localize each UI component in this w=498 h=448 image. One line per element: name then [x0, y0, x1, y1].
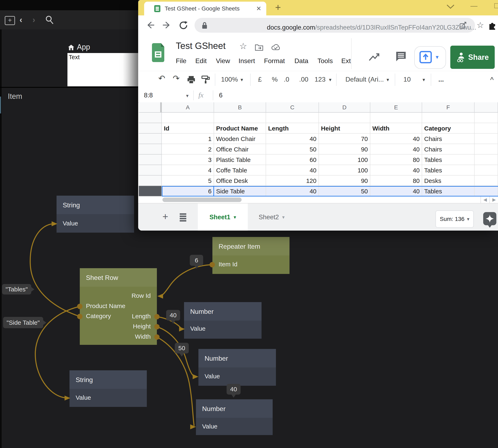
- cloud-saved-icon[interactable]: [271, 43, 281, 51]
- bookmark-star-icon[interactable]: ☆: [477, 20, 484, 30]
- grid-cell[interactable]: [475, 176, 498, 186]
- grid-cell[interactable]: Wooden Chair: [214, 134, 266, 144]
- grid-cell[interactable]: 80: [370, 176, 422, 186]
- toolbar-more-button[interactable]: ...: [438, 76, 444, 83]
- new-tab-icon[interactable]: +: [275, 2, 281, 13]
- grid-cell[interactable]: Chairs: [422, 134, 475, 144]
- window-minimize-icon[interactable]: —: [470, 2, 478, 10]
- port-item-id[interactable]: Item Id: [218, 261, 237, 268]
- menu-edit[interactable]: Edit: [195, 57, 207, 65]
- undo-icon[interactable]: ↶: [158, 74, 165, 83]
- row-header[interactable]: [139, 176, 162, 186]
- explore-button[interactable]: [483, 212, 496, 225]
- grid-cell[interactable]: [475, 123, 498, 134]
- grid-cell[interactable]: 5: [162, 176, 214, 186]
- grid-cell[interactable]: 70: [319, 134, 370, 144]
- node-string-top[interactable]: String Value: [57, 196, 134, 233]
- zoom-caret-icon[interactable]: ▾: [241, 77, 243, 83]
- nav-reload-icon[interactable]: [179, 20, 188, 30]
- grid-cell[interactable]: Id: [162, 123, 214, 134]
- grid-cell[interactable]: Length: [266, 123, 319, 134]
- node-number-1[interactable]: Number Value: [184, 302, 262, 339]
- scroll-left-icon[interactable]: ◀: [481, 196, 489, 203]
- row-header[interactable]: [139, 165, 162, 176]
- grid-cell[interactable]: Plastic Table: [214, 155, 266, 165]
- grid-cell[interactable]: 100: [319, 165, 370, 176]
- grid-cell[interactable]: 100: [319, 155, 370, 165]
- scrollbar-thumb[interactable]: [163, 197, 242, 202]
- grid-cell[interactable]: [266, 113, 319, 123]
- add-sheet-icon[interactable]: +: [163, 211, 168, 222]
- grid-cell[interactable]: 120: [266, 176, 319, 186]
- grid-cell[interactable]: Tables: [422, 155, 475, 165]
- font-size-select[interactable]: 10: [403, 76, 411, 83]
- present-button[interactable]: ▾: [414, 46, 446, 69]
- row-header[interactable]: [139, 155, 162, 165]
- select-all-corner[interactable]: [139, 102, 162, 113]
- comment-icon[interactable]: [395, 50, 407, 63]
- search-icon[interactable]: [45, 15, 54, 25]
- port-category[interactable]: Category: [86, 313, 111, 320]
- grid-cell[interactable]: [475, 165, 498, 176]
- grid-cell[interactable]: 40: [266, 186, 319, 196]
- grid-cell[interactable]: Side Table: [214, 186, 266, 196]
- all-sheets-icon[interactable]: [179, 212, 187, 222]
- port-height[interactable]: Height: [133, 323, 151, 330]
- grid-cell[interactable]: Tables: [422, 186, 475, 196]
- grid-cell[interactable]: Desks: [422, 176, 475, 186]
- grid-cell[interactable]: Coffe Table: [214, 165, 266, 176]
- trend-history-icon[interactable]: [368, 52, 380, 62]
- grid-cell[interactable]: Product Name: [214, 123, 266, 134]
- name-box[interactable]: 8:8: [144, 92, 153, 99]
- node-number-2[interactable]: Number Value: [199, 349, 276, 386]
- formula-input[interactable]: 6: [219, 92, 222, 99]
- col-header-G[interactable]: [475, 102, 498, 113]
- grid-cell[interactable]: Category: [422, 123, 475, 134]
- port-value[interactable]: Value: [63, 220, 78, 227]
- row-header[interactable]: [139, 134, 162, 144]
- grid-cell[interactable]: 50: [266, 144, 319, 155]
- port-width[interactable]: Width: [135, 333, 151, 340]
- node-sheet-row[interactable]: Sheet Row Row Id Product Name Category L…: [80, 268, 157, 345]
- menu-extensions[interactable]: Ext: [341, 57, 351, 65]
- menu-insert[interactable]: Insert: [238, 57, 255, 65]
- grid-cell[interactable]: 4: [162, 165, 214, 176]
- grid-cell[interactable]: 60: [266, 155, 319, 165]
- grid-cell[interactable]: [319, 113, 370, 123]
- sum-indicator[interactable]: Sum: 136 ▾: [435, 210, 474, 228]
- grid-cell[interactable]: [162, 113, 214, 123]
- grid-cell[interactable]: Office Chair: [214, 144, 266, 155]
- port-value[interactable]: Value: [202, 423, 217, 430]
- tab-sheet1[interactable]: Sheet1 ▾: [198, 204, 248, 231]
- window-chevron-icon[interactable]: [446, 4, 455, 9]
- grid-cell[interactable]: Height: [319, 123, 370, 134]
- format-currency-button[interactable]: £: [258, 76, 262, 83]
- name-box-caret-icon[interactable]: ▾: [186, 93, 189, 99]
- move-folder-icon[interactable]: [255, 43, 264, 51]
- grid-cell[interactable]: 80: [370, 155, 422, 165]
- address-bar[interactable]: docs.google.com/spreadsheets/d/1D3IRuxIl…: [195, 18, 475, 33]
- col-header-B[interactable]: B: [214, 102, 266, 113]
- grid-cell[interactable]: 2: [162, 144, 214, 155]
- text-element-preview[interactable]: Text: [67, 53, 138, 86]
- grid-cell[interactable]: 40: [266, 165, 319, 176]
- grid-cell[interactable]: 50: [319, 186, 370, 196]
- horizontal-scrollbar[interactable]: ◀ ▶: [139, 196, 498, 203]
- forward-icon[interactable]: ›: [33, 16, 35, 24]
- decrease-decimal-button[interactable]: .0: [284, 76, 289, 83]
- menu-view[interactable]: View: [216, 57, 230, 65]
- document-title[interactable]: Test GSheet: [176, 41, 226, 51]
- zoom-select[interactable]: 100%: [221, 76, 238, 83]
- grid-cell[interactable]: 3: [162, 155, 214, 165]
- tab-close-icon[interactable]: ✕: [256, 5, 261, 12]
- node-repeater-item[interactable]: Repeater Item Item Id: [212, 237, 289, 274]
- print-icon[interactable]: [187, 75, 196, 84]
- grid-cell[interactable]: [475, 155, 498, 165]
- port-row-id[interactable]: Row Id: [132, 292, 151, 299]
- grid-cell[interactable]: 40: [370, 186, 422, 196]
- grid-cell[interactable]: [475, 134, 498, 144]
- font-caret-icon[interactable]: ▾: [387, 77, 389, 83]
- collapse-toolbar-icon[interactable]: ^: [490, 76, 494, 84]
- row-header[interactable]: [139, 186, 162, 196]
- col-header-C[interactable]: C: [266, 102, 319, 113]
